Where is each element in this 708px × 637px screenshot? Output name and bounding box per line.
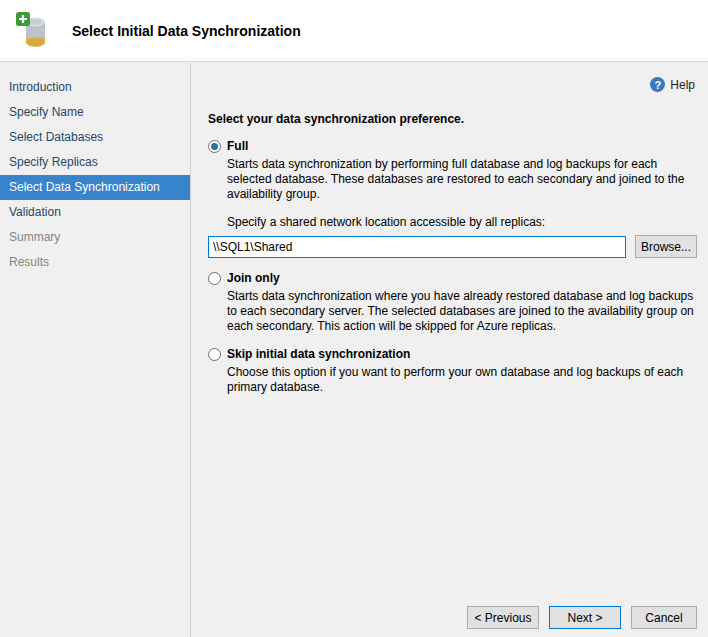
sidebar-item-results: Results [0, 250, 190, 275]
radio-join-only-row[interactable]: Join only [208, 271, 697, 285]
next-button[interactable]: Next > [549, 606, 621, 629]
full-description: Starts data synchronization by performin… [227, 157, 694, 202]
share-location-row: Browse... [208, 235, 697, 258]
radio-full[interactable] [208, 140, 221, 153]
help-label: Help [670, 78, 695, 92]
radio-full-label: Full [227, 139, 248, 153]
radio-join-only-label: Join only [227, 271, 280, 285]
wizard-steps-sidebar: Introduction Specify Name Select Databas… [0, 63, 191, 637]
option-skip-initial: Skip initial data synchronization Choose… [208, 347, 697, 395]
sidebar-item-summary: Summary [0, 225, 190, 250]
availability-group-icon [14, 10, 54, 52]
sidebar-item-validation[interactable]: Validation [0, 200, 190, 225]
wizard-header: Select Initial Data Synchronization [0, 0, 708, 62]
help-icon: ? [650, 77, 665, 92]
preference-heading: Select your data synchronization prefere… [208, 112, 697, 126]
radio-join-only[interactable] [208, 272, 221, 285]
sidebar-item-select-data-synchronization[interactable]: Select Data Synchronization [0, 175, 190, 200]
wizard-body: Introduction Specify Name Select Databas… [0, 63, 708, 637]
share-location-input[interactable] [208, 236, 626, 258]
radio-skip-initial-label: Skip initial data synchronization [227, 347, 410, 361]
sidebar-item-introduction[interactable]: Introduction [0, 75, 190, 100]
sidebar-item-specify-name[interactable]: Specify Name [0, 100, 190, 125]
radio-skip-row[interactable]: Skip initial data synchronization [208, 347, 697, 361]
share-location-label: Specify a shared network location access… [227, 215, 697, 229]
wizard-footer: < Previous Next > Cancel [467, 606, 697, 629]
sidebar-item-specify-replicas[interactable]: Specify Replicas [0, 150, 190, 175]
cancel-button[interactable]: Cancel [631, 606, 697, 629]
radio-skip-initial[interactable] [208, 348, 221, 361]
previous-button[interactable]: < Previous [467, 606, 539, 629]
help-link[interactable]: ? Help [650, 77, 695, 92]
wizard-content: ? Help Select your data synchronization … [191, 63, 708, 637]
join-only-description: Starts data synchronization where you ha… [227, 289, 694, 334]
sidebar-item-select-databases[interactable]: Select Databases [0, 125, 190, 150]
wizard-window: Select Initial Data Synchronization Intr… [0, 0, 708, 637]
radio-full-row[interactable]: Full [208, 139, 697, 153]
page-title: Select Initial Data Synchronization [72, 23, 301, 39]
browse-button[interactable]: Browse... [635, 235, 697, 258]
skip-initial-description: Choose this option if you want to perfor… [227, 365, 694, 395]
option-join-only: Join only Starts data synchronization wh… [208, 271, 697, 334]
option-full: Full Starts data synchronization by perf… [208, 139, 697, 258]
